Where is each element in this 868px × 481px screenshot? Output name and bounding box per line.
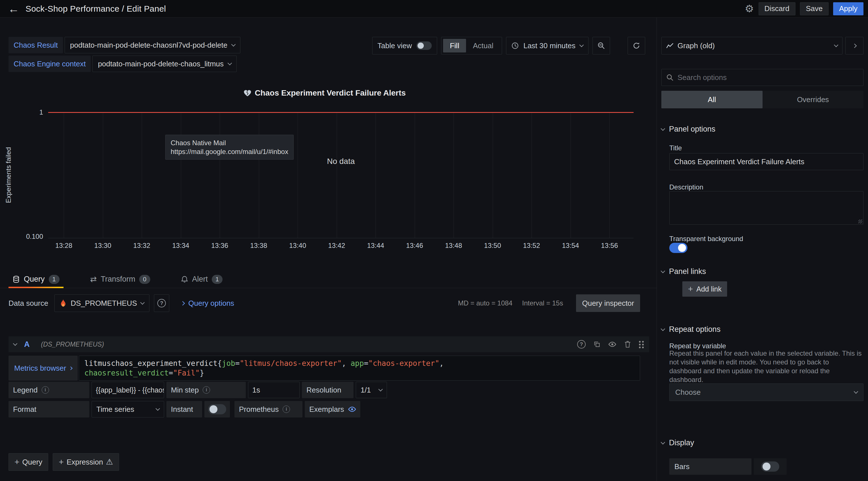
gridline <box>64 112 64 238</box>
data-source-picker[interactable]: DS_PROMETHEUS <box>55 294 149 312</box>
toggle-viz-picker-button[interactable] <box>845 37 864 55</box>
x-tick-label: 13:36 <box>211 242 228 249</box>
save-button[interactable]: Save <box>800 2 829 15</box>
trash-icon[interactable] <box>624 341 631 348</box>
plus-icon: + <box>14 458 20 466</box>
query-ref-id: A <box>24 340 30 349</box>
query-options-row-2: Format Time series Instant Prometheus Ex… <box>8 401 360 418</box>
gear-icon[interactable]: ⚙ <box>745 4 754 14</box>
panel-title-input[interactable] <box>669 153 864 170</box>
apply-button[interactable]: Apply <box>833 2 864 15</box>
query-expression-row: Metrics browser litmuschaos_experiment_v… <box>8 356 640 381</box>
max-data-points-info: MD = auto = 1084 <box>458 299 513 307</box>
tab-transform[interactable]: ⇄ Transform 0 <box>86 271 154 288</box>
resolution-select[interactable]: 1/1 <box>356 382 387 398</box>
exemplars-eye-icon[interactable] <box>348 407 356 412</box>
instant-toggle-box <box>205 401 230 418</box>
graph-icon <box>666 42 674 49</box>
expr-token-label: app <box>351 359 364 367</box>
zoom-out-icon <box>597 42 605 49</box>
repeat-variable-select[interactable]: Choose <box>669 384 864 401</box>
section-display[interactable]: Display <box>661 439 694 447</box>
plus-icon: + <box>688 285 693 293</box>
add-query-button[interactable]: + Query <box>8 453 48 471</box>
tooltip-url[interactable]: https://mail.google.com/mail/u/1/#inbox <box>170 147 288 156</box>
textarea-resize-handle[interactable] <box>858 219 862 223</box>
tab-all[interactable]: All <box>661 91 763 108</box>
expr-token-punct: { <box>217 359 222 367</box>
exemplars-label: Exemplars <box>309 405 344 414</box>
actual-option[interactable]: Actual <box>466 39 500 53</box>
visualization-value: Graph (old) <box>678 41 715 50</box>
warning-icon: ⚠ <box>106 458 113 466</box>
tab-query[interactable]: Query 1 <box>8 271 63 288</box>
instant-toggle[interactable] <box>208 404 226 414</box>
no-data-label: No data <box>327 157 354 166</box>
time-range-picker[interactable]: Last 30 minutes <box>506 37 588 55</box>
table-view-toggle[interactable] <box>416 41 432 50</box>
chevron-right-icon <box>181 301 185 305</box>
refresh-button[interactable] <box>628 37 645 55</box>
bars-field-label: Bars <box>669 458 751 475</box>
editor-tabs: Query 1 ⇄ Transform 0 Alert 1 <box>0 271 656 288</box>
time-range-label: Last 30 minutes <box>523 41 576 50</box>
transform-icon: ⇄ <box>90 274 97 284</box>
section-panel-links[interactable]: Panel links <box>661 267 706 276</box>
search-input[interactable] <box>678 73 859 82</box>
x-tick-label: 13:46 <box>406 242 423 249</box>
min-step-label: Min step <box>171 386 199 394</box>
tab-alert[interactable]: Alert 1 <box>177 271 227 288</box>
query-options-collapse[interactable]: Query options <box>181 299 234 308</box>
query-row-header[interactable]: A (DS_PROMETHEUS) <box>8 336 649 352</box>
chevron-down-icon <box>661 326 665 331</box>
legend-input[interactable]: {{app_label}} - {{chaos… <box>92 382 164 398</box>
section-heading: Panel options <box>669 125 715 133</box>
tooltip-title[interactable]: Chaos Native Mail <box>170 139 288 147</box>
variable-value-dropdown[interactable]: podtato-main-pod-delete-chaos_litmus <box>92 56 237 72</box>
data-source-help-button[interactable] <box>154 294 169 312</box>
min-step-input[interactable]: 1s <box>248 382 300 398</box>
refresh-icon <box>633 42 640 49</box>
transparent-background-toggle[interactable] <box>669 243 687 253</box>
plot-area[interactable]: Chaos Native Mail https://mail.google.co… <box>48 112 633 238</box>
info-icon <box>283 405 290 413</box>
description-textarea[interactable] <box>669 191 864 224</box>
variable-value-dropdown[interactable]: podtato-main-pod-delete-chaosnl7vd-pod-d… <box>65 37 240 53</box>
options-filter-tabs: All Overrides <box>661 91 864 108</box>
section-heading: Panel links <box>669 267 706 276</box>
add-expression-button[interactable]: + Expression ⚠ <box>53 453 119 471</box>
data-link-tooltip: Chaos Native Mail https://mail.google.co… <box>165 135 294 160</box>
fill-option[interactable]: Fill <box>443 39 466 53</box>
drag-handle-icon[interactable] <box>639 340 644 348</box>
chevron-down-icon <box>140 300 145 305</box>
bars-toggle-box <box>754 458 787 475</box>
section-panel-options[interactable]: Panel options <box>661 125 715 133</box>
visualization-picker[interactable]: Graph (old) <box>661 37 842 55</box>
copy-icon[interactable] <box>594 341 600 348</box>
tab-overrides[interactable]: Overrides <box>763 91 864 108</box>
query-options-row-1: Legend {{app_label}} - {{chaos… Min step… <box>8 382 387 398</box>
expr-token-label: job <box>222 359 235 367</box>
bars-toggle[interactable] <box>761 461 779 472</box>
query-expression[interactable]: litmuschaos_experiment_verdict{job="litm… <box>79 356 640 381</box>
metrics-browser-button[interactable]: Metrics browser <box>8 356 78 381</box>
dashboard-variables: Chaos Result podtato-main-pod-delete-cha… <box>8 37 240 72</box>
chevron-down-icon <box>13 341 18 346</box>
x-tick-label: 13:50 <box>484 242 501 249</box>
format-select[interactable]: Time series <box>92 401 164 418</box>
eye-icon[interactable] <box>608 341 616 347</box>
add-link-button[interactable]: + Add link <box>682 281 727 297</box>
query-footer-actions: + Query + Expression ⚠ <box>8 453 119 471</box>
page-title: Sock-Shop Performance / Edit Panel <box>26 4 166 13</box>
help-icon[interactable] <box>577 340 586 349</box>
back-arrow-icon[interactable]: ← <box>8 3 19 14</box>
section-repeat-options[interactable]: Repeat options <box>661 325 721 334</box>
gridline <box>376 112 376 238</box>
query-inspector-button[interactable]: Query inspector <box>576 294 640 312</box>
series-line <box>48 112 633 113</box>
info-icon <box>203 386 210 394</box>
chevron-right-icon <box>69 366 73 370</box>
discard-button[interactable]: Discard <box>758 2 796 15</box>
x-tick-label: 13:44 <box>367 242 384 249</box>
zoom-out-button[interactable] <box>592 37 610 55</box>
